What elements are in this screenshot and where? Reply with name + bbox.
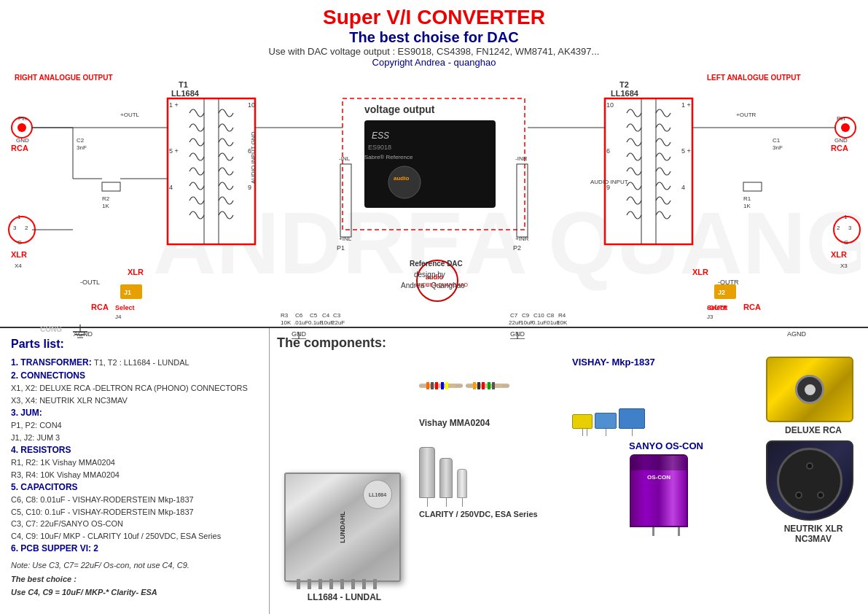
svg-text:G: G [844, 239, 848, 246]
svg-text:1 +: 1 + [169, 101, 179, 109]
svg-text:P1: P1 [337, 244, 345, 252]
svg-text:LL1684: LL1684 [171, 89, 200, 98]
svg-text:T2: T2 [619, 80, 629, 89]
svg-rect-157 [477, 382, 480, 389]
svg-rect-152 [445, 382, 448, 389]
svg-text:5 +: 5 + [169, 147, 179, 155]
bottom-right-row: SANYO OS-CON OS-CON [572, 440, 861, 544]
svg-text:-OUTR: -OUTR [718, 279, 739, 286]
vishay-mma-component: Vishay MMA0204 [419, 357, 565, 428]
svg-text:4: 4 [169, 184, 173, 191]
svg-text:2: 2 [25, 225, 28, 231]
svg-text:RIGHT ANALOGUE OUTPUT: RIGHT ANALOGUE OUTPUT [15, 74, 113, 82]
svg-text:C9: C9 [522, 312, 530, 319]
svg-text:C5: C5 [310, 312, 318, 319]
svg-text:RCA: RCA [831, 144, 848, 152]
svg-text:ES9018: ES9018 [368, 144, 391, 151]
svg-text:C2: C2 [77, 137, 85, 144]
sanyo-label: SANYO OS-CON [572, 440, 760, 451]
top-right-row: VISHAY- Mkp-1837 [572, 357, 861, 436]
svg-text:RCA: RCA [91, 303, 109, 311]
svg-text:ESS: ESS [372, 131, 389, 141]
svg-text:3: 3 [13, 225, 17, 231]
svg-text:R3: R3 [281, 312, 289, 319]
svg-text:R1: R1 [743, 195, 751, 202]
svg-text:C3: C3 [333, 312, 341, 319]
vishay-mma-label: Vishay MMA0204 [419, 418, 565, 428]
svg-text:GND: GND [16, 137, 29, 144]
svg-text:design by: design by [414, 271, 445, 279]
svg-text:R4: R4 [558, 312, 566, 319]
svg-rect-148 [426, 382, 429, 389]
svg-rect-156 [473, 382, 476, 389]
svg-text:Pin: Pin [837, 115, 845, 122]
parts-item-resistors: 4. RESISTORS R1, R2: 1K Vishay MMA0204 R… [11, 443, 258, 481]
svg-text:Reference DAC: Reference DAC [410, 260, 463, 268]
svg-text:Pin: Pin [18, 115, 27, 122]
svg-text:2: 2 [837, 225, 840, 231]
sanyo-component: SANYO OS-CON OS-CON [572, 440, 760, 544]
svg-text:XLR: XLR [128, 268, 144, 276]
svg-text:1: 1 [17, 214, 21, 220]
svg-text:J4: J4 [115, 314, 122, 320]
svg-text:Andrea - Quanghao: Andrea - Quanghao [401, 281, 465, 289]
lundal-photo: LUNDAHL LL1684 [277, 465, 412, 582]
svg-point-38 [17, 123, 26, 132]
svg-text:22uF: 22uF [332, 319, 345, 326]
svg-text:T1: T1 [179, 80, 188, 89]
title-area: Super V/I CONVERTER The best choise for … [7, 6, 861, 68]
svg-text:X4: X4 [15, 263, 22, 269]
svg-text:G: G [17, 239, 22, 246]
subtitle: The best choise for DAC [7, 29, 861, 46]
svg-text:9: 9 [248, 184, 251, 191]
svg-text:10K: 10K [557, 319, 568, 326]
svg-text:C4: C4 [322, 312, 330, 319]
components-title: The components: [277, 335, 861, 351]
clarity-label: CLARITY / 250VDC, ESA Series [419, 510, 565, 518]
svg-text:+OUTL: +OUTL [120, 112, 140, 118]
lundal-label: LL1684 - LUNDAL [308, 592, 381, 602]
svg-text:P2: P2 [513, 244, 521, 252]
svg-rect-159 [488, 382, 490, 389]
svg-rect-158 [482, 382, 485, 389]
svg-text:Select: Select [115, 304, 135, 311]
parts-item-transformer: 1. TRANSFORMER: T1, T2 : LL1684 - LUNDAL [11, 356, 258, 369]
svg-text:X3: X3 [840, 263, 848, 269]
svg-text:-INR: -INR [515, 155, 528, 162]
svg-text:J2: J2 [718, 289, 725, 296]
svg-text:audio: audio [394, 175, 409, 182]
svg-text:C6: C6 [295, 312, 303, 319]
svg-text:10: 10 [606, 101, 614, 109]
svg-text:voltage output: voltage output [364, 104, 435, 115]
vishay-mkp-label: VISHAY- Mkp-1837 [572, 357, 760, 368]
svg-text:XLR: XLR [692, 268, 708, 276]
svg-text:.01uF: .01uF [294, 319, 309, 326]
svg-text:RCA: RCA [743, 303, 761, 311]
svg-text:5 +: 5 + [681, 147, 691, 155]
schematic-svg: ANDREA QUANGHAO RIGHT ANALOGUE OUTPUT LE… [7, 69, 861, 339]
svg-text:-OUTL: -OUTL [80, 279, 100, 286]
parts-item-pcb: 6. PCB SUPPER VI: 2 [11, 542, 258, 555]
compat-text: Use with DAC voltage output : ES9018, CS… [7, 46, 861, 57]
lundal-component: LUNDAHL LL1684 [277, 357, 412, 602]
schematic-area: ANDREA QUANGHAO RIGHT ANALOGUE OUTPUT LE… [7, 69, 861, 339]
svg-text:10K: 10K [281, 319, 292, 326]
svg-text:AUDIO INPUT: AUDIO INPUT [590, 179, 628, 185]
clarity-component: CLARITY / 250VDC, ESA Series [419, 434, 565, 518]
svg-text:LEFT ANALOGUE OUTPUT: LEFT ANALOGUE OUTPUT [707, 74, 801, 82]
middle-components: Vishay MMA0204 [419, 357, 565, 602]
svg-rect-5 [168, 98, 255, 244]
svg-text:XLR: XLR [831, 250, 847, 259]
svg-text:Sabre® Reference: Sabre® Reference [364, 154, 413, 160]
top-section: Super V/I CONVERTER The best choise for … [0, 0, 868, 328]
svg-point-31 [388, 166, 421, 198]
svg-text:R2: R2 [102, 195, 110, 202]
svg-text:C1: C1 [773, 137, 781, 144]
svg-rect-160 [492, 382, 495, 389]
svg-rect-151 [441, 382, 444, 389]
svg-text:LL1684: LL1684 [611, 89, 639, 98]
svg-rect-119 [743, 182, 762, 191]
svg-text:+INL: +INL [339, 236, 352, 242]
svg-point-108 [841, 123, 850, 132]
parts-item-jum: 3. JUM: P1, P2: CON4 J1, J2: JUM 3 [11, 406, 258, 443]
